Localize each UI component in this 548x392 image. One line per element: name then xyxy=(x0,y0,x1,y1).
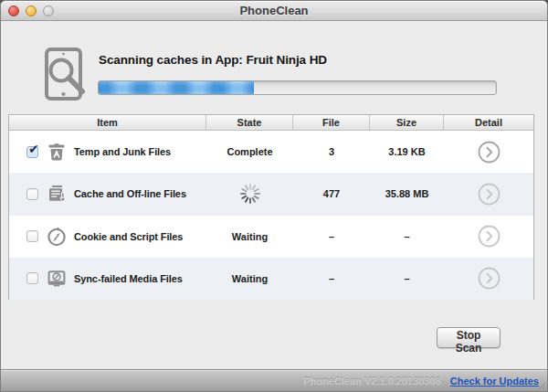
sync-failed-media-icon xyxy=(46,268,68,290)
status-footer: PhoneClean V2.1.0.20130308 Check for Upd… xyxy=(1,369,547,391)
file-count-cell: – xyxy=(293,231,370,242)
table-row-sync-failed[interactable]: Sync-failed Media Files Waiting – – xyxy=(9,258,533,300)
table-header: Item State File Size Detail xyxy=(9,115,533,131)
detail-button[interactable] xyxy=(478,267,501,290)
column-header-item[interactable]: Item xyxy=(9,115,206,130)
table-row-temp-junk[interactable]: Temp and Junk Files Complete 3 3.19 KB xyxy=(9,131,533,173)
size-cell: – xyxy=(370,273,444,284)
scan-progress-fill xyxy=(99,81,254,94)
compass-icon xyxy=(46,226,68,248)
state-cell: Waiting xyxy=(206,231,293,242)
row-checkbox[interactable] xyxy=(26,272,38,284)
cache-files-icon xyxy=(46,183,68,205)
column-header-size[interactable]: Size xyxy=(370,115,444,130)
item-label: Temp and Junk Files xyxy=(74,146,171,157)
check-for-updates-link[interactable]: Check for Updates xyxy=(450,376,539,387)
spinner-icon xyxy=(238,182,262,206)
detail-button[interactable] xyxy=(478,225,501,248)
row-checkbox[interactable] xyxy=(26,146,38,158)
row-checkbox[interactable] xyxy=(26,230,38,242)
size-cell: – xyxy=(370,231,444,242)
scan-results-table: Item State File Size Detail Temp and Jun… xyxy=(8,114,534,300)
scan-progress-bar xyxy=(98,80,497,95)
item-label: Cache and Off-line Files xyxy=(74,188,186,199)
column-header-file[interactable]: File xyxy=(293,115,370,130)
item-label: Sync-failed Media Files xyxy=(74,273,183,284)
window-title: PhoneClean xyxy=(1,1,547,21)
device-scan-icon xyxy=(43,46,90,102)
state-cell-spinner xyxy=(206,182,293,206)
row-checkbox[interactable] xyxy=(26,188,38,200)
file-count-cell: 3 xyxy=(293,146,370,157)
table-row-cookie-script[interactable]: Cookie and Script Files Waiting – – xyxy=(9,216,533,258)
file-count-cell: 477 xyxy=(293,188,370,199)
size-cell: 35.88 MB xyxy=(370,188,444,199)
stop-scan-button[interactable]: Stop Scan xyxy=(437,327,501,348)
state-cell: Complete xyxy=(206,146,293,157)
detail-button[interactable] xyxy=(478,183,501,206)
file-count-cell: – xyxy=(293,273,370,284)
table-row-cache-offline[interactable]: Cache and Off-line Files xyxy=(9,173,533,215)
trash-app-icon xyxy=(46,141,68,163)
state-cell: Waiting xyxy=(206,273,293,284)
column-header-state[interactable]: State xyxy=(206,115,293,130)
column-header-detail[interactable]: Detail xyxy=(444,115,533,130)
item-label: Cookie and Script Files xyxy=(74,231,183,242)
version-text: PhoneClean V2.1.0.20130308 xyxy=(303,376,440,387)
size-cell: 3.19 KB xyxy=(370,146,444,157)
detail-button[interactable] xyxy=(478,141,501,164)
resize-grip[interactable] xyxy=(536,380,546,390)
scan-status-heading: Scanning caches in App: Fruit Ninja HD xyxy=(99,53,327,67)
phoneclean-window: PhoneClean Scanning caches in App: Fruit… xyxy=(0,0,548,392)
titlebar[interactable]: PhoneClean xyxy=(1,1,547,21)
